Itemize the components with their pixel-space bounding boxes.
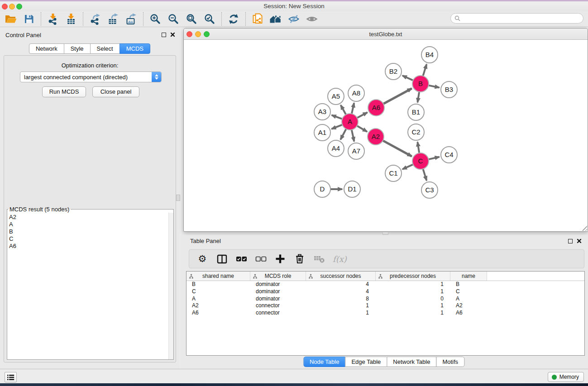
graph-edge-A2-C[interactable] <box>383 141 412 157</box>
import-network-icon[interactable] <box>44 12 62 26</box>
import-table-icon[interactable] <box>62 12 80 26</box>
close-button[interactable] <box>186 31 192 37</box>
zoom-fit-icon[interactable] <box>182 12 201 26</box>
search-input[interactable] <box>463 15 583 21</box>
graph-edge-A-A5[interactable] <box>341 105 346 114</box>
run-mcds-button[interactable]: Run MCDS <box>42 86 86 97</box>
export-image-icon[interactable] <box>122 12 140 26</box>
graph-edge-A-A6[interactable] <box>357 112 368 118</box>
table-tab-motifs[interactable]: Motifs <box>436 357 464 367</box>
refresh-icon[interactable] <box>225 12 243 26</box>
graph-edge-A-A1[interactable] <box>331 125 342 129</box>
graph-node-A[interactable]: A <box>342 114 358 130</box>
panel-divider-grip[interactable] <box>382 232 388 235</box>
tab-mcds[interactable]: MCDS <box>120 43 150 54</box>
scrollbar[interactable] <box>168 213 173 359</box>
tab-network[interactable]: Network <box>29 43 64 54</box>
table-row[interactable]: A6connector11A6 <box>186 310 584 317</box>
zoom-out-icon[interactable] <box>164 12 182 26</box>
column-header-name[interactable]: name <box>450 272 487 281</box>
show-graphics-details-icon[interactable] <box>303 12 321 26</box>
graph-node-C[interactable]: C <box>412 153 429 169</box>
graph-edge-A-A4[interactable] <box>340 129 346 140</box>
graph-edge-C-C2[interactable] <box>417 142 419 153</box>
export-network-icon[interactable] <box>86 12 104 26</box>
task-history-button[interactable] <box>5 372 17 382</box>
graph-node-B[interactable]: B <box>412 76 429 92</box>
graph-edge-A-A7[interactable] <box>352 130 354 142</box>
graph-node-C3[interactable]: C3 <box>421 182 438 198</box>
first-neighbors-icon[interactable] <box>267 12 285 26</box>
graph-node-C2[interactable]: C2 <box>408 124 424 140</box>
close-button[interactable] <box>2 4 8 10</box>
float-panel-icon[interactable] <box>162 33 166 37</box>
network-canvas[interactable]: B4B2BB3A8A5A6A3B1AA1C2A2A4A7C4CC1C3DD1 <box>184 40 588 231</box>
table-tab-node-table[interactable]: Node Table <box>303 357 346 367</box>
criterion-select[interactable]: largest connected component (directed) <box>20 71 162 82</box>
show-columns-icon[interactable] <box>216 253 228 265</box>
select-all-icon[interactable] <box>235 253 247 265</box>
graph-edge-C-C3[interactable] <box>423 169 426 181</box>
column-header-MCDS-role[interactable]: MCDS role <box>250 272 306 281</box>
table-row[interactable]: A2connector11A2 <box>186 302 584 310</box>
mcds-result-item[interactable]: A6 <box>9 243 173 250</box>
function-builder-icon[interactable]: f(x) <box>333 254 347 264</box>
mcds-result-item[interactable]: A2 <box>9 214 173 221</box>
graph-node-B3[interactable]: B3 <box>441 81 457 98</box>
search-field[interactable] <box>450 13 583 24</box>
graph-node-B2[interactable]: B2 <box>385 63 402 80</box>
hide-graphics-details-icon[interactable] <box>285 12 303 26</box>
graph-node-A6[interactable]: A6 <box>368 100 384 116</box>
panel-divider-grip[interactable] <box>176 195 180 201</box>
graph-node-D[interactable]: D <box>314 181 330 197</box>
close-panel-icon[interactable] <box>577 238 582 243</box>
table-settings-icon[interactable]: ⚙ <box>196 253 208 265</box>
table-row[interactable]: Bdominator41B <box>186 281 584 288</box>
float-panel-icon[interactable] <box>568 239 573 243</box>
column-header-predecessor-nodes[interactable]: predecessor nodes <box>376 272 450 281</box>
graph-edge-A-A3[interactable] <box>332 115 342 119</box>
network-window-titlebar[interactable]: testGlobe.txt <box>184 29 588 40</box>
graph-node-B1[interactable]: B1 <box>408 104 424 120</box>
minimize-button[interactable] <box>9 4 15 10</box>
graph-edge-B-B2[interactable] <box>402 76 413 81</box>
graph-edge-B-B3[interactable] <box>429 86 440 88</box>
zoom-button[interactable] <box>16 4 22 10</box>
table-tab-edge-table[interactable]: Edge Table <box>345 357 387 367</box>
memory-button[interactable]: Memory <box>548 372 584 382</box>
graph-node-C4[interactable]: C4 <box>441 147 457 163</box>
zoom-in-icon[interactable] <box>146 12 164 26</box>
mcds-result-item[interactable]: A <box>9 221 173 228</box>
graph-edge-A-A2[interactable] <box>357 126 367 132</box>
close-panel-button[interactable]: Close panel <box>92 86 139 97</box>
table-row[interactable]: Adominator80A <box>186 295 584 303</box>
close-panel-icon[interactable] <box>170 32 175 37</box>
graph-edge-A-A8[interactable] <box>352 103 354 114</box>
graph-node-A4[interactable]: A4 <box>328 140 344 157</box>
graph-edge-B-B1[interactable] <box>417 92 419 102</box>
graph-edge-C-C1[interactable] <box>402 164 413 169</box>
graph-node-A8[interactable]: A8 <box>348 85 364 101</box>
graph-node-A2[interactable]: A2 <box>368 129 384 145</box>
zoom-selected-icon[interactable] <box>201 12 219 26</box>
delete-table-icon[interactable] <box>313 253 325 265</box>
add-column-icon[interactable] <box>274 253 286 265</box>
minimize-button[interactable] <box>195 31 201 37</box>
tab-style[interactable]: Style <box>64 43 91 54</box>
graph-edge-B-B4[interactable] <box>423 64 426 76</box>
export-table-icon[interactable] <box>104 12 122 26</box>
mcds-result-item[interactable]: C <box>9 235 173 243</box>
graph-node-D1[interactable]: D1 <box>344 181 360 197</box>
graph-node-A3[interactable]: A3 <box>314 104 330 120</box>
delete-column-icon[interactable] <box>294 253 306 265</box>
graph-node-B4[interactable]: B4 <box>421 47 438 63</box>
deselect-all-icon[interactable] <box>255 253 267 265</box>
graph-node-A1[interactable]: A1 <box>314 124 330 141</box>
graph-edge-C-C4[interactable] <box>429 157 440 159</box>
graph-node-A5[interactable]: A5 <box>328 88 344 105</box>
open-session-icon[interactable] <box>2 12 20 26</box>
column-header-successor-nodes[interactable]: successor nodes <box>306 272 376 281</box>
zoom-button[interactable] <box>204 31 210 37</box>
clone-network-icon[interactable] <box>249 12 267 26</box>
tab-select[interactable]: Select <box>90 43 120 54</box>
